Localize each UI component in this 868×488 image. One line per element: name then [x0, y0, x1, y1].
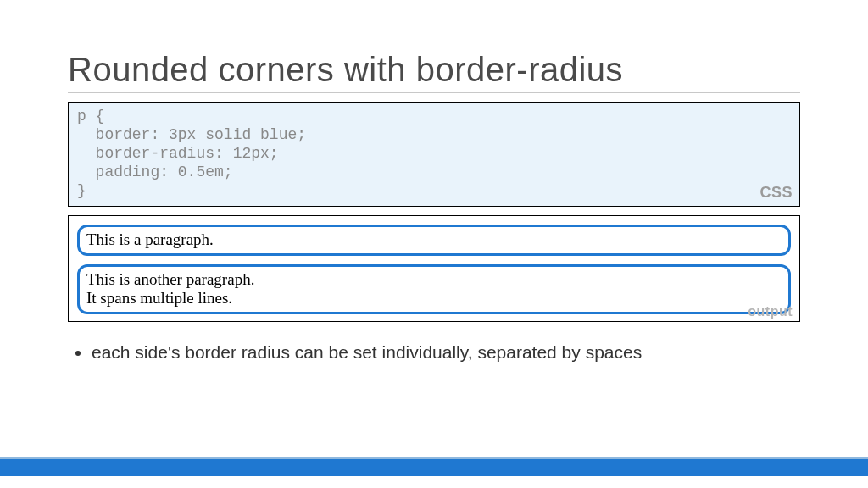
demo-paragraph-2: This is another paragraph.It spans multi… — [77, 264, 791, 315]
slide-title: Rounded corners with border-radius — [68, 51, 800, 89]
slide: Rounded corners with border-radius p { b… — [0, 0, 868, 488]
bullet-list: each side's border radius can be set ind… — [68, 342, 800, 363]
css-code-text: p { border: 3px solid blue; border-radiu… — [77, 108, 306, 199]
footer-stripe — [0, 459, 868, 476]
title-divider — [68, 92, 800, 93]
demo-paragraph-1: This is a paragraph. — [77, 225, 791, 256]
output-box: This is a paragraph. This is another par… — [68, 215, 800, 322]
bullet-item: each side's border radius can be set ind… — [92, 342, 800, 363]
css-label: CSS — [760, 184, 793, 202]
output-label: output — [748, 304, 793, 319]
css-code-box: p { border: 3px solid blue; border-radiu… — [68, 102, 800, 207]
